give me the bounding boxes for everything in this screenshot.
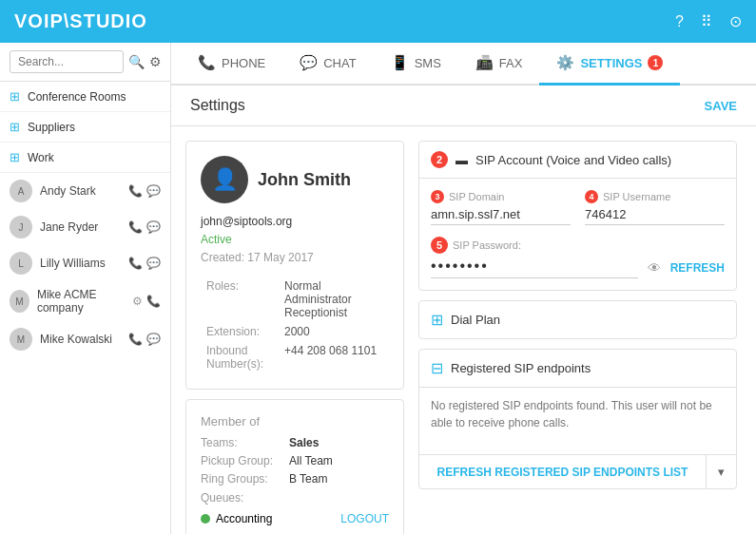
sip-domain-value: amn.sip.ssl7.net [431,207,571,225]
header-icons: ? ⠿ ⊙ [675,12,742,30]
sip-step-badge: 2 [431,151,448,168]
refresh-password-button[interactable]: REFRESH [670,261,725,275]
tab-fax[interactable]: 📠 FAX [458,43,540,86]
work-icon: ⊞ [10,150,20,164]
avatar: 👤 [201,156,248,203]
contact-name: Lilly Williams [40,257,106,270]
settings-panel: Settings SAVE 👤 John Smith john@siptools… [171,86,756,534]
gear-icon[interactable]: ⚙ [132,295,143,308]
sidebar-item-suppliers[interactable]: ⊞ Suppliers [0,112,170,143]
contact-name: Andy Stark [40,184,96,198]
sidebar: 🔍 ⚙ ⊞ Conference Rooms ⊞ Suppliers ⊞ Wor… [0,43,171,534]
save-button[interactable]: SAVE [705,99,737,113]
sidebar-item-work[interactable]: ⊞ Work [0,143,170,173]
tab-phone[interactable]: 📞 PHONE [181,43,282,86]
sip-username-field: 4 SIP Username 746412 [585,190,725,225]
sidebar-item-lilly[interactable]: L Lilly Williams 📞 💬 [0,245,170,281]
sidebar-item-jane[interactable]: J Jane Ryder 📞 💬 [0,209,170,245]
member-card: Member of Teams: Sales Pickup Group: All… [185,399,404,534]
avatar: J [10,216,32,238]
phone-icon[interactable]: 📞 [128,184,143,198]
help-icon[interactable]: ? [675,13,684,30]
search-bar: 🔍 ⚙ [0,43,170,82]
contact-left: M Mike ACME company [10,288,132,315]
queue-row: Accounting LOGOUT [201,512,389,525]
user-icon[interactable]: ⊙ [729,12,742,30]
contact-icons: 📞 💬 [128,184,161,198]
tab-bar: 📞 PHONE 💬 CHAT 📱 SMS 📠 FAX ⚙️ SETTINGS 1 [171,43,756,86]
teams-label: Teams: [201,436,281,449]
tab-settings-label: SETTINGS [580,56,642,70]
contact-icons: 📞 💬 [128,220,161,234]
dropdown-icon[interactable]: ▾ [706,455,736,488]
inbound-value: +44 208 068 1101 [281,342,387,372]
phone-icon[interactable]: 📞 [146,295,161,308]
profile-status: Active [201,231,389,249]
phone-icon[interactable]: 📞 [128,333,143,346]
sidebar-item-mike-k[interactable]: M Mike Kowalski 📞 💬 [0,321,170,357]
chat-icon[interactable]: 💬 [146,184,161,198]
contact-left: L Lilly Williams [10,252,106,275]
dial-plan-header[interactable]: ⊞ Dial Plan [419,301,736,338]
avatar: A [10,180,32,202]
profile-details: john@siptools.org Active Created: 17 May… [201,213,389,268]
fax-tab-icon: 📠 [475,54,494,71]
pickup-label: Pickup Group: [201,454,281,467]
content-area: Settings SAVE 👤 John Smith john@siptools… [171,86,756,534]
sidebar-section-label: Suppliers [28,121,75,134]
sms-tab-icon: 📱 [391,54,409,71]
dial-plan-title: Dial Plan [451,313,500,327]
sip-username-value: 746412 [585,207,725,225]
tab-chat[interactable]: 💬 CHAT [282,43,373,86]
registered-sip-title: Registered SIP endpoints [451,361,591,375]
contact-icons: 📞 💬 [128,333,161,346]
phone-icon[interactable]: 📞 [128,257,143,270]
registered-sip-body: No registered SIP endpoints found. This … [419,388,736,454]
conference-icon: ⊞ [10,89,20,104]
logout-button[interactable]: LOGOUT [340,512,389,525]
settings-icon[interactable]: ⚙ [149,54,162,69]
contact-left: A Andy Stark [10,180,96,202]
contact-icons: ⚙ 📞 [132,295,161,308]
sip-password-section: 5 SIP Password: •••••••• 👁 REFRESH [431,237,725,278]
settings-header: Settings SAVE [171,86,756,126]
contact-left: J Jane Ryder [10,216,98,238]
sidebar-item-andy[interactable]: A Andy Stark 📞 💬 [0,173,170,209]
contact-icons: 📞 💬 [128,257,161,270]
ring-label: Ring Groups: [201,472,281,486]
app-logo: VOIP\STUDIO [14,10,147,32]
profile-email: john@siptools.org [201,213,389,231]
sip-panel: 2 ▬ SIP Account (Voice and Video calls) … [418,141,742,534]
phone-icon[interactable]: 📞 [128,220,143,234]
chat-icon[interactable]: 💬 [146,257,161,270]
chat-icon[interactable]: 💬 [146,220,161,234]
profile-name: John Smith [258,170,351,190]
avatar: M [10,328,32,351]
grid-icon[interactable]: ⠿ [701,12,712,30]
roles-label: Roles: [203,277,279,321]
tab-phone-label: PHONE [222,56,265,70]
tab-settings[interactable]: ⚙️ SETTINGS 1 [539,43,680,86]
queues-label: Queues: [201,491,389,505]
sidebar-item-mike-acme[interactable]: M Mike ACME company ⚙ 📞 [0,281,170,321]
sip-username-label: 4 SIP Username [585,190,725,203]
profile-card: 👤 John Smith john@siptools.org Active Cr… [185,141,404,534]
refresh-endpoints-button[interactable]: REFRESH REGISTERED SIP ENDPOINTS LIST [419,455,706,488]
search-input[interactable] [10,50,124,73]
sip-password-label: 5 SIP Password: [431,237,725,254]
settings-tab-icon: ⚙️ [556,54,574,71]
app-header: VOIP\STUDIO ? ⠿ ⊙ [0,0,756,43]
avatar: M [10,290,29,313]
dial-plan-card: ⊞ Dial Plan [418,300,737,339]
search-icon[interactable]: 🔍 [128,54,145,69]
sidebar-item-conference[interactable]: ⊞ Conference Rooms [0,82,170,112]
queue-item: Accounting [201,512,272,525]
teams-row: Teams: Sales [201,436,389,449]
queue-status-dot [201,514,210,524]
tab-sms[interactable]: 📱 SMS [374,43,458,86]
member-title: Member of [201,414,389,429]
refresh-endpoints-row: REFRESH REGISTERED SIP ENDPOINTS LIST ▾ [419,454,736,488]
chat-icon[interactable]: 💬 [146,333,161,346]
show-password-icon[interactable]: 👁 [648,260,661,276]
profile-table: Roles: NormalAdministratorReceptionist E… [201,276,389,374]
